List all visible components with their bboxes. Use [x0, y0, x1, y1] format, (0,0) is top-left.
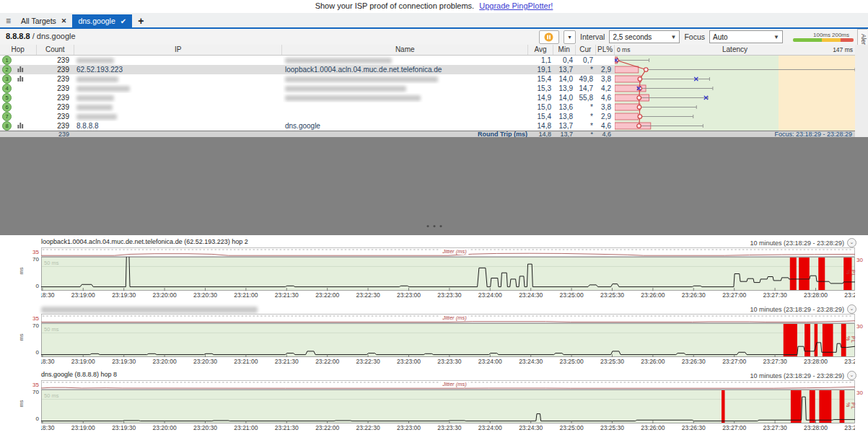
time-axis: 23:18:3023:19:0023:19:3023:20:0023:20:30… [41, 423, 855, 434]
upgrade-banner: Show your ISP proof of connection proble… [0, 0, 868, 13]
cur-cell: * [577, 65, 597, 74]
cur-cell: 0,7 [577, 56, 597, 65]
time-tick-label: 23:26:00 [641, 424, 665, 431]
tab-all-targets[interactable]: All Targets ✕ [15, 14, 72, 27]
col-count[interactable]: Count [37, 45, 75, 55]
hop-row-8[interactable]: 82398.8.8.8dns.google14,813,7*4,6 [0, 121, 615, 131]
pingplotter-window: Show your ISP proof of connection proble… [0, 0, 868, 435]
avg-cell: 15,4 [530, 112, 555, 121]
hop-row-7[interactable]: 723915,413,8*2,9 [0, 112, 615, 121]
hop-number-badge: 7 [2, 112, 12, 121]
latency-axis-max: 147 ms [833, 46, 853, 53]
pl-cell: 4,6 [597, 121, 615, 131]
time-tick-label: 23:20:00 [153, 358, 177, 365]
chevron-down-icon: ▼ [773, 34, 779, 40]
count-cell: 239 [36, 65, 74, 74]
splitter-handle[interactable] [424, 217, 444, 230]
new-tab-button[interactable]: + [138, 15, 144, 27]
time-tick-label: 23:28:00 [804, 424, 828, 431]
time-tick-label: 23:24:00 [478, 291, 502, 299]
time-tick-label: 23:24:00 [478, 358, 502, 365]
collapse-icon[interactable]: ⌄ [847, 238, 856, 247]
time-tick-label: 23:22:30 [356, 424, 380, 431]
pause-button[interactable] [539, 30, 559, 44]
target-ip: 8.8.8.8 [6, 32, 30, 40]
interval-select[interactable]: 2,5 seconds▼ [609, 30, 680, 43]
time-tick-label: 23:27:30 [763, 358, 787, 365]
time-tick-label: 23:25:30 [600, 358, 624, 365]
pause-icon [544, 32, 553, 42]
name-cell [283, 112, 530, 121]
col-cur[interactable]: Cur [576, 45, 597, 55]
hop-number-badge: 6 [2, 102, 12, 112]
col-min[interactable]: Min [553, 45, 576, 55]
hop-row-2[interactable]: 223962.52.193.223loopback1.0004.acln.04.… [0, 65, 615, 74]
col-pl[interactable]: PL% [596, 45, 615, 55]
latency-graph-column: 0 ms Latency 147 ms Focus: 23:18:29 - 23… [615, 45, 855, 137]
hop-cell: 7 [0, 112, 36, 121]
hop-number-badge: 8 [2, 121, 12, 131]
time-tick-label: 23:20:30 [193, 358, 217, 365]
upgrade-link[interactable]: Upgrade PingPlotter! [479, 1, 553, 10]
time-range-label: 10 minutes (23:18:29 - 23:28:29) [750, 372, 844, 379]
hop-rows: 12391,10,40,7223962.52.193.223loopback1.… [0, 56, 615, 131]
avg-cell: 15,3 [530, 84, 555, 93]
hop-row-6[interactable]: 623915,013,6*3,8 [0, 102, 615, 112]
hop-row-5[interactable]: 523914,914,055,84,6 [0, 93, 615, 102]
min-cell: 13,7 [555, 121, 577, 131]
time-range-control[interactable]: 10 minutes (23:18:29 - 23:28:29)⌄ [750, 238, 856, 247]
hop-row-3[interactable]: 323915,414,049,83,8 [0, 74, 615, 84]
svg-text:50 ms: 50 ms [44, 260, 59, 266]
col-avg[interactable]: Avg [528, 45, 553, 55]
col-ip[interactable]: IP [74, 45, 282, 55]
time-axis: 23:18:3023:19:0023:19:3023:20:0023:20:30… [41, 291, 855, 301]
col-hop[interactable]: Hop [0, 45, 37, 55]
time-tick-label: 23:28:00 [804, 358, 828, 365]
timeline-title: dns.google (8.8.8.8) hop 8 [41, 371, 117, 378]
time-tick-label: 23:20:30 [193, 291, 217, 299]
time-range-control[interactable]: 10 minutes (23:18:29 - 23:28:29)⌄ [750, 371, 856, 380]
time-tick-label: 23:22:30 [356, 291, 380, 299]
target-title: 8.8.8.8 / dns.google [6, 32, 76, 40]
min-cell: 13,6 [555, 102, 577, 112]
tab-dns-google[interactable]: dns.google ✔ [72, 14, 132, 27]
hop-cell: 2 [0, 65, 36, 74]
hop-number-badge: 1 [2, 56, 12, 65]
hop-cell: 6 [0, 102, 36, 112]
packetloss-axis-label: PL % [846, 270, 856, 282]
ms-axis-label: ms [18, 334, 25, 341]
col-name[interactable]: Name [282, 45, 528, 55]
collapse-icon[interactable]: ⌄ [847, 304, 856, 314]
time-range-control[interactable]: 10 minutes (23:18:29 - 23:28:29)⌄ [750, 304, 856, 314]
time-tick-label: 23:18:30 [41, 424, 54, 431]
time-tick-label: 23:26:00 [641, 291, 665, 299]
timeline-panel-2: 10 minutes (23:18:29 - 23:28:29)⌄50 msJi… [0, 304, 868, 369]
time-tick-label: 23:25:30 [600, 424, 624, 431]
latency-max-label: 70 [26, 389, 39, 395]
redacted-name [285, 86, 406, 92]
name-cell [283, 74, 530, 84]
timeline-panel-3: dns.google (8.8.8.8) hop 810 minutes (23… [0, 371, 868, 435]
chevron-down-icon: ▼ [670, 34, 676, 40]
focus-select[interactable]: Auto▼ [709, 30, 783, 43]
pl-cell: 3,8 [597, 102, 615, 112]
menu-icon[interactable]: ≡ [6, 16, 11, 26]
chart-icon [17, 74, 24, 84]
hop-row-4[interactable]: 423915,313,914,74,2 [0, 84, 615, 93]
hop-row-1[interactable]: 12391,10,40,7 [0, 56, 615, 65]
time-range-label: 10 minutes (23:18:29 - 23:28:29) [750, 240, 844, 247]
cur-cell: 55,8 [577, 93, 597, 102]
latency-zero-label: 0 [26, 283, 39, 289]
time-tick-label: 23:21:00 [234, 424, 258, 431]
avg-cell: 1,1 [530, 56, 555, 65]
avg-cell: 14,9 [530, 93, 555, 102]
cur-cell: * [577, 102, 597, 112]
count-cell: 239 [36, 112, 74, 121]
collapse-icon[interactable]: ⌄ [847, 371, 856, 380]
jitter-max-label: 35 [26, 249, 39, 255]
ip-cell: 62.52.193.223 [74, 65, 283, 74]
toolbar: 8.8.8.8 / dns.google ▾ Interval 2,5 seco… [0, 29, 868, 45]
close-tab-icon[interactable]: ✕ [61, 17, 67, 25]
jitter-axis-label: Jitter (ms) [440, 315, 468, 321]
pause-dropdown-button[interactable]: ▾ [564, 30, 576, 44]
